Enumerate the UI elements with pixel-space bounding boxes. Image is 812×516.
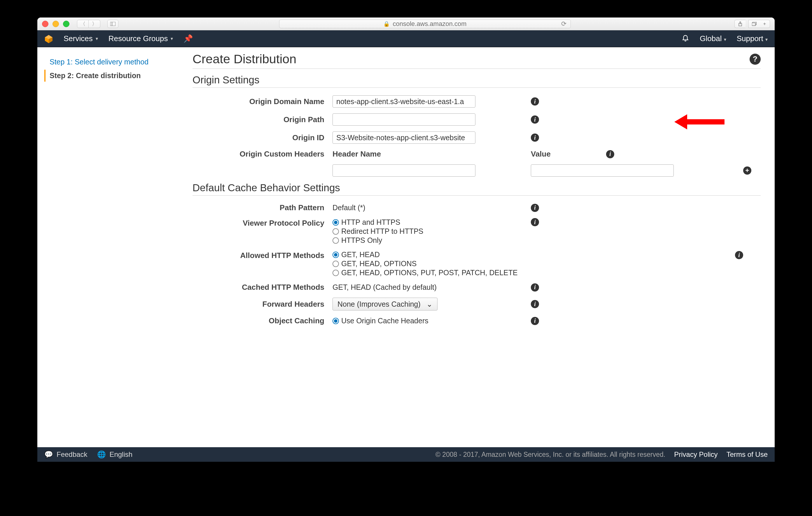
language-selector[interactable]: 🌐 English [97, 450, 133, 459]
info-icon[interactable]: i [531, 317, 539, 325]
info-icon[interactable]: i [531, 300, 539, 308]
chevron-down-icon: ▾ [724, 37, 726, 42]
forward-headers-select[interactable]: None (Improves Caching)⌄ [332, 298, 437, 310]
main-panel: Create Distribution ? Origin Settings Or… [190, 47, 775, 447]
info-icon[interactable]: i [531, 116, 539, 124]
back-button[interactable]: 〈 [77, 20, 89, 28]
tabs-icon [752, 22, 757, 26]
aws-top-nav: Services▾ Resource Groups▾ 📌 Global ▾ Su… [37, 30, 775, 47]
allowed-http-methods-group: GET, HEAD GET, HEAD, OPTIONS GET, HEAD, … [332, 250, 743, 277]
resource-groups-menu[interactable]: Resource Groups▾ [109, 34, 173, 43]
address-bar[interactable]: 🔒 console.aws.amazon.com ⟳ [279, 20, 571, 28]
maximize-window-button[interactable] [63, 21, 69, 27]
aws-footer: 💬 Feedback 🌐 English © 2008 - 2017, Amaz… [37, 447, 775, 462]
allowed-http-methods-label: Allowed HTTP Methods [193, 250, 332, 260]
origin-id-label: Origin ID [193, 133, 332, 142]
browser-window: 〈 〉 🔒 console.aws.amazon.com ⟳ + [37, 18, 775, 462]
radio-redirect-http-to-https[interactable]: Redirect HTTP to HTTPS [332, 227, 478, 236]
radio-use-origin-cache-headers[interactable]: Use Origin Cache Headers [332, 316, 478, 325]
info-icon[interactable]: i [531, 97, 539, 105]
chevron-down-icon: ⌄ [427, 300, 433, 308]
page-title-row: Create Distribution ? [193, 52, 761, 69]
annotation-arrow [674, 114, 725, 129]
aws-logo-icon[interactable] [44, 34, 53, 43]
info-icon[interactable]: i [531, 204, 539, 212]
new-tab-button[interactable]: + [759, 20, 770, 28]
panel-icon [110, 22, 116, 26]
close-window-button[interactable] [42, 21, 49, 27]
path-pattern-label: Path Pattern [193, 203, 332, 212]
info-icon[interactable]: i [531, 283, 539, 292]
section-cache-behavior: Default Cache Behavior Settings [193, 182, 761, 195]
sidebar-toggle-button[interactable] [107, 20, 118, 28]
url-text: console.aws.amazon.com [393, 20, 466, 28]
share-button[interactable] [734, 20, 746, 28]
viewer-protocol-policy-group: HTTP and HTTPS Redirect HTTP to HTTPS HT… [332, 218, 478, 245]
info-icon[interactable]: i [606, 150, 614, 158]
origin-path-input[interactable] [332, 113, 475, 126]
terms-of-use-link[interactable]: Terms of Use [727, 450, 768, 459]
origin-id-input[interactable] [332, 131, 475, 144]
cached-http-methods-label: Cached HTTP Methods [193, 283, 332, 292]
services-menu[interactable]: Services▾ [64, 34, 98, 43]
origin-path-label: Origin Path [193, 115, 332, 124]
chevron-down-icon: ▾ [765, 37, 768, 42]
value-column-label: Value [531, 150, 551, 159]
share-icon [738, 22, 742, 26]
help-icon[interactable]: ? [750, 54, 761, 65]
origin-domain-name-label: Origin Domain Name [193, 97, 332, 106]
globe-icon: 🌐 [97, 450, 106, 459]
chevron-down-icon: ▾ [171, 36, 173, 41]
nav-buttons: 〈 〉 [77, 20, 100, 28]
forward-headers-label: Forward Headers [193, 300, 332, 309]
wizard-step-2[interactable]: Step 2: Create distribution [44, 70, 182, 82]
svg-rect-0 [110, 22, 116, 26]
copyright-text: © 2008 - 2017, Amazon Web Services, Inc.… [435, 451, 665, 459]
info-icon[interactable]: i [531, 133, 539, 142]
cached-http-methods-value: GET, HEAD (Cached by default) [332, 283, 478, 292]
add-header-button[interactable]: + [743, 166, 751, 175]
radio-all-methods[interactable]: GET, HEAD, OPTIONS, PUT, POST, PATCH, DE… [332, 269, 518, 277]
window-controls [42, 21, 69, 27]
object-caching-label: Object Caching [193, 316, 332, 325]
viewer-protocol-policy-label: Viewer Protocol Policy [193, 218, 332, 228]
pin-icon[interactable]: 📌 [183, 34, 193, 43]
radio-http-and-https[interactable]: HTTP and HTTPS [332, 218, 478, 226]
path-pattern-value: Default (*) [332, 204, 478, 212]
object-caching-group: Use Origin Cache Headers [332, 316, 478, 325]
wizard-step-1[interactable]: Step 1: Select delivery method [44, 56, 182, 68]
lock-icon: 🔒 [383, 21, 390, 27]
speech-bubble-icon: 💬 [44, 450, 53, 459]
feedback-link[interactable]: 💬 Feedback [44, 450, 87, 459]
origin-custom-headers-label: Origin Custom Headers [193, 150, 332, 159]
privacy-policy-link[interactable]: Privacy Policy [674, 450, 718, 459]
info-icon[interactable]: i [531, 218, 539, 226]
notifications-icon[interactable] [682, 34, 689, 43]
section-origin-settings: Origin Settings [193, 74, 761, 88]
browser-titlebar: 〈 〉 🔒 console.aws.amazon.com ⟳ + [37, 18, 775, 30]
info-icon[interactable]: i [735, 251, 743, 259]
chevron-down-icon: ▾ [96, 36, 98, 41]
region-menu[interactable]: Global ▾ [700, 34, 726, 43]
tabs-button[interactable] [748, 20, 759, 28]
minimize-window-button[interactable] [53, 21, 59, 27]
origin-domain-name-input[interactable] [332, 95, 475, 108]
custom-header-value-input[interactable] [531, 164, 674, 177]
forward-button[interactable]: 〉 [89, 20, 100, 28]
radio-get-head[interactable]: GET, HEAD [332, 250, 518, 259]
reload-icon[interactable]: ⟳ [561, 20, 567, 28]
svg-rect-5 [752, 23, 755, 26]
header-name-column-label: Header Name [332, 150, 478, 159]
wizard-sidebar: Step 1: Select delivery method Step 2: C… [37, 47, 190, 447]
radio-https-only[interactable]: HTTPS Only [332, 236, 478, 245]
support-menu[interactable]: Support ▾ [737, 34, 768, 43]
custom-header-name-input[interactable] [332, 164, 475, 177]
radio-get-head-options[interactable]: GET, HEAD, OPTIONS [332, 260, 518, 268]
page-title: Create Distribution [193, 52, 296, 66]
